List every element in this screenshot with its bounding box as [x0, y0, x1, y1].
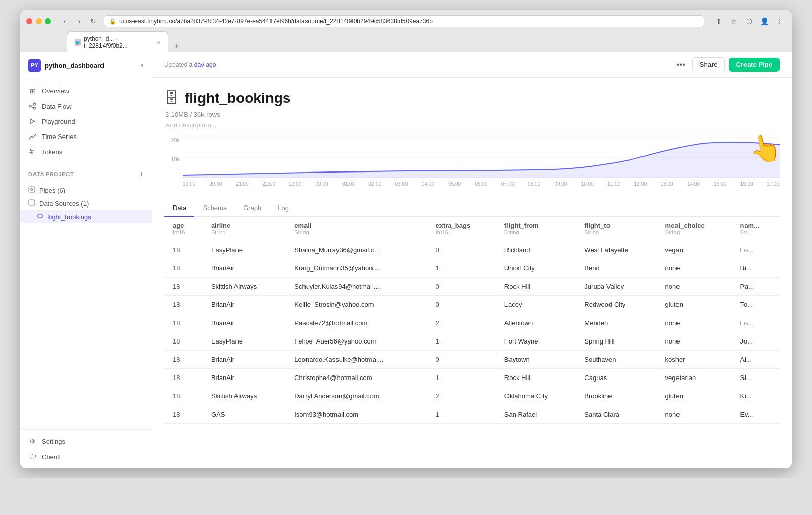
sidebar-item-label: Playground [42, 118, 75, 125]
maximize-button[interactable] [45, 18, 51, 24]
datasource-description[interactable]: Add description... [165, 121, 780, 129]
cell-extra_bags: 1 [428, 369, 496, 387]
cell-age: 18 [164, 241, 203, 259]
sidebar-item-cheriff[interactable]: 🛡 Cheriff [20, 449, 152, 464]
cell-flight_from: Allentown [496, 314, 577, 332]
tab-data[interactable]: Data [164, 200, 194, 217]
settings-label: Settings [42, 438, 65, 445]
menu-button[interactable]: ⋮ [773, 15, 786, 27]
cell-flight_to: Meriden [576, 314, 657, 332]
y-label-10k: 10k [171, 156, 180, 162]
cell-flight_from: Richland [496, 241, 577, 259]
cell-age: 18 [164, 387, 203, 405]
sidebar-item-overview[interactable]: ⊞ Overview [20, 83, 152, 98]
data-sources-icon [28, 199, 35, 208]
cell-meal_choice: vegan [657, 241, 732, 259]
col-header-extra-bags: extra_bagsInt16 [428, 217, 496, 241]
updated-time[interactable]: a day ago [189, 61, 216, 68]
sidebar-item-tokens[interactable]: Tokens [20, 144, 152, 159]
cell-meal_choice: gluten [657, 296, 732, 314]
cell-meal_choice: kosher [657, 351, 732, 369]
tab-schema[interactable]: Schema [194, 200, 235, 217]
svg-line-6 [30, 149, 32, 155]
chart-y-labels: 20k 10k [164, 137, 183, 176]
settings-icon: ⚙ [28, 437, 37, 445]
cell-flight_to: Spring Hill [576, 332, 657, 351]
forward-button[interactable]: › [73, 15, 85, 27]
main-scroll-area[interactable]: 🗄 flight_bookings 3.10MB / 36k rows Add … [152, 78, 792, 468]
cell-extra_bags: 1 [428, 259, 496, 278]
back-button[interactable]: ‹ [59, 15, 71, 27]
chart-container: 20k 10k [164, 137, 780, 188]
datasource-title: flight_bookings [185, 90, 290, 107]
workspace-header[interactable]: PY python_dashboard ▾ [20, 52, 152, 79]
cell-airline: BrianAir [203, 369, 286, 387]
cell-email: Pascale72@hotmail.com [286, 314, 427, 332]
sidebar-item-label: Data Flow [42, 102, 72, 110]
table-body: 18EasyPlaneShaina_Murray36@gmail.c...0Ri… [164, 241, 780, 424]
col-header-age: ageInt16 [164, 217, 203, 241]
address-bar[interactable]: 🔒 ui.us-east.tinybird.co/a7ba2d37-8c34-4… [104, 15, 704, 27]
create-pipe-button[interactable]: Create Pipe [729, 58, 780, 72]
new-tab-button[interactable]: + [171, 40, 183, 52]
cell-age: 18 [164, 259, 203, 278]
section-title: DATA PROJECT [28, 171, 74, 177]
cell-email: Schuyler.Kulas94@hotmail.... [286, 278, 427, 296]
tab-close-button[interactable]: ✕ [156, 39, 161, 46]
svg-point-0 [29, 105, 31, 107]
tab-log[interactable]: Log [269, 200, 297, 217]
flight-bookings-label: flight_bookings [47, 213, 91, 221]
tree-item-pipes[interactable]: Pipes (6) [20, 184, 152, 197]
tab-graph[interactable]: Graph [235, 200, 269, 217]
close-button[interactable] [26, 18, 32, 24]
workspace-icon: PY [28, 59, 41, 72]
cell-meal_choice: gluten [657, 387, 732, 405]
cheriff-label: Cheriff [42, 453, 61, 461]
table-row: 18BrianAirLeonardo.Kassulke@hotma....0Ba… [164, 351, 780, 369]
col-header-flight-from: flight_fromString [496, 217, 577, 241]
cell-meal_choice: none [657, 278, 732, 296]
minimize-button[interactable] [36, 18, 42, 24]
profile-button[interactable]: 👤 [758, 15, 770, 27]
cell-flight_to: Bend [576, 259, 657, 278]
cell-flight_from: Rock Hill [496, 369, 577, 387]
cell-airline: EasyPlane [203, 332, 286, 351]
col-header-airline: airlineString [203, 217, 286, 241]
tokens-icon [28, 148, 37, 156]
svg-rect-11 [29, 200, 35, 205]
table-row: 18BrianAirKellie_Strosin@yahoo.com0Lacey… [164, 296, 780, 314]
data-table: ageInt16 airlineString emailString extra… [164, 217, 780, 424]
cell-flight_to: Southaven [576, 351, 657, 369]
tree-item-data-sources[interactable]: Data Sources (1) [20, 197, 152, 210]
svg-point-2 [33, 107, 36, 109]
cell-airline: BrianAir [203, 314, 286, 332]
svg-rect-12 [30, 201, 33, 204]
data-sources-label: Data Sources (1) [39, 200, 89, 208]
cheriff-icon: 🛡 [28, 453, 37, 461]
svg-marker-5 [30, 119, 35, 124]
datasource-size: 3.10MB [165, 111, 188, 118]
share-button[interactable]: Share [692, 57, 725, 72]
sidebar-item-time-series[interactable]: Time Series [20, 129, 152, 144]
tab-favicon: 🐦 [75, 39, 81, 46]
cell-flight_from: Baytown [496, 351, 577, 369]
add-project-button[interactable]: + [139, 169, 144, 179]
more-options-button[interactable]: ••• [673, 58, 688, 72]
extensions-button[interactable]: ⬡ [743, 15, 755, 27]
data-tabs: Data Schema Graph Log [164, 200, 780, 217]
sidebar-item-playground[interactable]: Playground [20, 114, 152, 129]
bookmark-button[interactable]: ☆ [728, 15, 740, 27]
sidebar-item-data-flow[interactable]: Data Flow [20, 98, 152, 114]
cell-email: Leonardo.Kassulke@hotma.... [286, 351, 427, 369]
sidebar-item-label: Tokens [42, 148, 62, 156]
tree-item-flight-bookings[interactable]: flight_bookings [20, 210, 152, 223]
data-project-section: DATA PROJECT + [20, 163, 152, 184]
workspace-chevron-icon[interactable]: ▾ [141, 62, 144, 69]
sidebar-item-settings[interactable]: ⚙ Settings [20, 434, 152, 449]
cell-extra_bags: 0 [428, 241, 496, 259]
share-browser-button[interactable]: ⬆ [713, 15, 725, 27]
active-tab[interactable]: 🐦 python_d... · t_22814f9f0b2... ✕ [67, 31, 168, 52]
reload-button[interactable]: ↻ [87, 15, 99, 27]
cell-airline: BrianAir [203, 259, 286, 278]
table-row: 18GASIsom93@hotmail.com1San RafaelSanta … [164, 405, 780, 424]
